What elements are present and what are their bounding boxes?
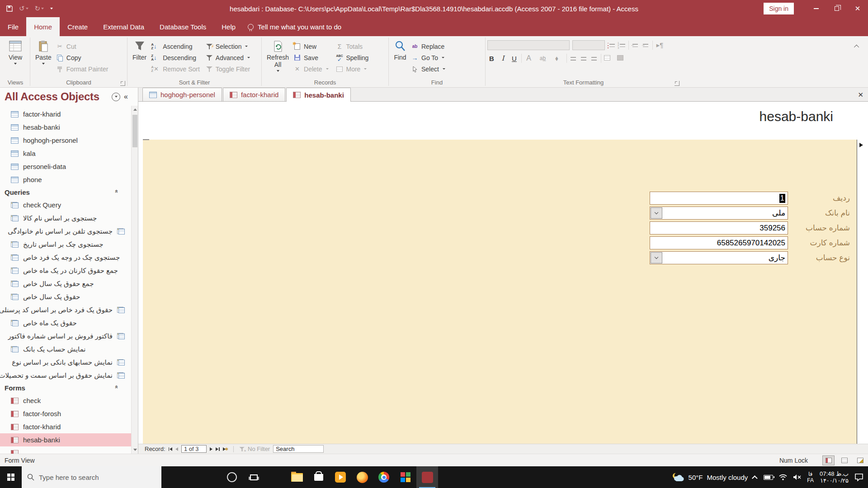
nav-form-item[interactable]: hesab-banki	[0, 433, 131, 446]
filter-indicator[interactable]: ✕ No Filter	[239, 446, 270, 452]
task-view-icon[interactable]	[243, 466, 264, 488]
numbering-icon[interactable]	[618, 42, 626, 49]
wifi-icon[interactable]	[779, 474, 787, 480]
cut-button[interactable]: ✂Cut	[55, 42, 110, 51]
nav-form-item[interactable]: check	[0, 394, 131, 407]
nav-query-item[interactable]: حقوق یک ماه خاص	[0, 316, 131, 329]
new-record-button[interactable]: New	[292, 42, 330, 51]
field-input[interactable]: جاری	[650, 251, 788, 264]
nav-query-item[interactable]: جمع حقوق یک سال خاص	[0, 277, 131, 290]
refresh-all-button[interactable]: RefreshAll	[264, 38, 292, 74]
italic-icon[interactable]: I	[499, 54, 507, 62]
collapse-group-icon[interactable]: »	[113, 385, 119, 389]
ribbon-tab[interactable]: Database Tools	[152, 17, 214, 36]
delete-record-button[interactable]: ✕Delete	[292, 64, 330, 74]
totals-button[interactable]: ΣTotals	[335, 42, 370, 51]
taskbar-search-input[interactable]: Type here to search	[22, 466, 161, 488]
gridlines-icon[interactable]	[604, 55, 612, 62]
format-painter-button[interactable]: Format Painter	[55, 64, 110, 74]
text-direction-icon[interactable]: ▸¶	[656, 41, 664, 49]
tell-me-box[interactable]: Tell me what you want to do	[248, 17, 341, 36]
field-input[interactable]: 6585265970142025	[650, 236, 788, 249]
field-input[interactable]: 1	[650, 192, 788, 205]
selection-button[interactable]: ⚡Selection	[205, 42, 251, 51]
scroll-up-icon[interactable]	[132, 106, 138, 113]
access-icon[interactable]	[416, 466, 438, 488]
filter-button[interactable]: Filter	[129, 38, 150, 63]
taskbar-weather[interactable]: 50°F Mostly cloudy	[671, 472, 748, 482]
nav-group-queries[interactable]: Queries»	[0, 186, 131, 198]
file-explorer-icon[interactable]	[286, 466, 308, 488]
increase-indent-icon[interactable]	[642, 42, 650, 49]
first-record-button[interactable]	[169, 447, 173, 451]
redo-icon[interactable]: ↻	[35, 5, 44, 13]
spelling-button[interactable]: ABC✓Spelling	[335, 53, 370, 62]
close-button[interactable]: ✕	[847, 0, 868, 17]
font-color-icon[interactable]: A	[524, 54, 533, 62]
firefox-icon[interactable]	[351, 466, 373, 488]
record-search-input[interactable]: Search	[273, 445, 324, 453]
nav-query-item[interactable]: جمع حقوق کارنان در یک ماه خاص	[0, 264, 131, 277]
restore-button[interactable]	[826, 0, 847, 17]
photos-icon[interactable]	[395, 466, 416, 488]
nav-query-item[interactable]: جستجوی چک در وجه یک فرد خاص	[0, 251, 131, 264]
new-record-nav-button[interactable]: ✱	[223, 447, 229, 451]
nav-query-item[interactable]: جستجوی چک بر اساس تاریخ	[0, 238, 131, 251]
field-input[interactable]: 359256	[650, 221, 788, 235]
field-input[interactable]: ملی	[650, 206, 788, 220]
ribbon-tab[interactable]: External Data	[95, 17, 152, 36]
last-record-button[interactable]	[216, 447, 220, 451]
combo-dropdown-icon[interactable]	[651, 207, 662, 219]
ascending-button[interactable]: AZ↓Ascending	[150, 42, 201, 51]
more-button[interactable]: More	[335, 64, 370, 74]
document-tab[interactable]: hoghogh-personel	[142, 88, 222, 101]
shutter-bar-close-icon[interactable]: «	[124, 93, 128, 101]
volume-muted-icon[interactable]	[793, 474, 801, 480]
nav-scrollbar[interactable]	[131, 106, 138, 454]
nav-query-item[interactable]: check Query	[0, 198, 131, 211]
nav-query-item[interactable]: جستجوی تلفن بر اساس نام خانوادگی	[0, 225, 131, 238]
nav-query-item[interactable]: فاکتور فروش بر اساس شماره فاکتور	[0, 329, 131, 343]
highlight-color-icon[interactable]: ab̲	[538, 55, 547, 61]
design-view-button[interactable]	[854, 455, 866, 465]
align-right-icon[interactable]	[590, 55, 598, 62]
nav-table-item[interactable]: hesab-banki	[0, 121, 131, 134]
media-player-icon[interactable]	[330, 466, 351, 488]
select-button[interactable]: Select	[410, 64, 447, 74]
alternate-row-color-icon[interactable]	[617, 55, 625, 62]
store-icon[interactable]	[308, 466, 330, 488]
cortana-icon[interactable]	[221, 466, 243, 488]
previous-record-button[interactable]	[175, 447, 178, 451]
background-fill-icon[interactable]: ⬧	[552, 54, 561, 62]
nav-table-item[interactable]: phone	[0, 173, 131, 186]
sign-in-button[interactable]: Sign in	[764, 3, 794, 14]
save-icon[interactable]	[6, 5, 13, 12]
ribbon-tab[interactable]: Create	[60, 17, 95, 36]
document-tab[interactable]: factor-kharid	[223, 88, 285, 101]
bullets-icon[interactable]	[608, 42, 615, 49]
nav-form-item[interactable]: factor-kharid	[0, 420, 131, 433]
nav-form-item[interactable]: factor-forosh	[0, 407, 131, 420]
language-indicator[interactable]: فا FA	[807, 471, 814, 483]
customize-qat-icon[interactable]	[50, 8, 53, 9]
ribbon-tab[interactable]: File	[0, 17, 26, 36]
toggle-filter-button[interactable]: Toggle Filter	[205, 64, 251, 74]
undo-icon[interactable]: ↺	[19, 5, 28, 13]
nav-table-item[interactable]: kala	[0, 147, 131, 160]
battery-icon[interactable]	[764, 475, 773, 480]
ribbon-tab[interactable]: Home	[26, 17, 60, 36]
ribbon-tab[interactable]: Help	[214, 17, 243, 36]
nav-table-item[interactable]: factor-kharid	[0, 108, 131, 121]
clipboard-dialog-launcher-icon[interactable]	[120, 81, 125, 86]
copy-button[interactable]: Copy	[55, 53, 110, 62]
chrome-icon[interactable]	[373, 466, 395, 488]
form-view-button[interactable]	[822, 455, 835, 465]
nav-query-item[interactable]: حقوق یک سال خاص	[0, 290, 131, 303]
underline-icon[interactable]: U	[510, 55, 519, 62]
edge-icon[interactable]	[264, 466, 286, 488]
minimize-button[interactable]	[806, 0, 826, 17]
nav-form-item[interactable]	[0, 446, 131, 454]
collapse-group-icon[interactable]: »	[113, 190, 119, 193]
scroll-down-icon[interactable]	[132, 446, 138, 454]
find-button[interactable]: Find	[391, 38, 410, 63]
